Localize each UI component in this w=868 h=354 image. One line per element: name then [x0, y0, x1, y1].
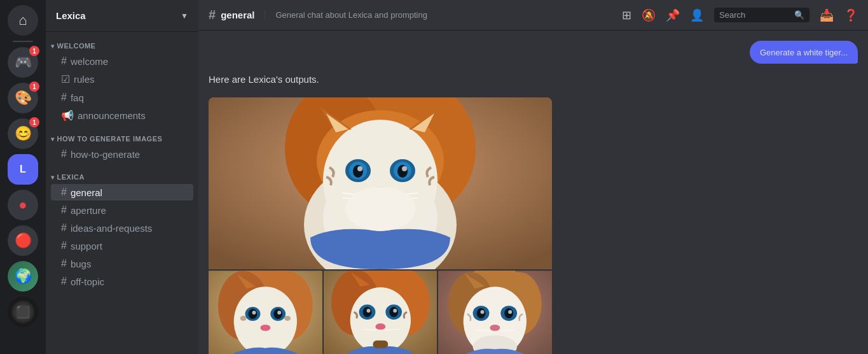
threads-icon[interactable]: ⊞ [622, 8, 631, 22]
svg-point-75 [490, 325, 500, 331]
server-icon-3[interactable]: 😊 1 [8, 118, 38, 149]
category-arrow-icon: ▾ [51, 43, 55, 50]
hash-icon-general: # [61, 187, 67, 198]
svg-point-57 [375, 323, 385, 330]
sidebar: Lexica ▼ ▾ WELCOME # welcome ☑ rules # f… [46, 0, 198, 354]
topbar-actions: ⊞ 🔕 📌 👤 Search 🔍 📥 ❓ [622, 8, 858, 22]
channel-rules-label: rules [74, 74, 95, 85]
category-how-to[interactable]: ▾ HOW TO GENERATE IMAGES [46, 125, 198, 145]
topbar-channel-icon: # [209, 8, 216, 22]
server-name-label: Lexica [56, 10, 86, 21]
server-name-header[interactable]: Lexica ▼ [46, 0, 198, 32]
category-arrow-icon-3: ▾ [51, 174, 55, 181]
channel-support[interactable]: # support [51, 237, 193, 254]
check-icon: ☑ [61, 73, 70, 85]
channel-announcements[interactable]: 📢 announcements [51, 107, 193, 124]
thumbnail-1[interactable] [209, 271, 322, 354]
svg-rect-62 [373, 341, 388, 348]
server-icon-1[interactable]: 🎮 1 [8, 47, 38, 78]
chat-area: Generate a white tiger... Here are Lexic… [198, 31, 868, 354]
svg-point-43 [240, 316, 247, 321]
svg-point-73 [481, 310, 485, 314]
category-welcome[interactable]: ▾ WELCOME [46, 32, 198, 52]
server-icon-lexica[interactable]: L [8, 154, 38, 185]
channel-welcome-label: welcome [71, 56, 108, 67]
channel-support-label: support [71, 241, 102, 251]
thumbnail-3[interactable] [438, 271, 552, 354]
hash-icon-off-topic: # [61, 276, 67, 287]
svg-point-39 [277, 311, 281, 315]
server-icon-2[interactable]: 🎨 1 [8, 83, 38, 113]
server-divider [13, 41, 33, 42]
thumb-cat-svg-1 [209, 271, 322, 354]
topbar: # general General chat about Lexica and … [198, 0, 868, 31]
prompt-bubble: Generate a white tiger... [750, 41, 858, 64]
image-grid [209, 97, 552, 354]
category-lexica-label: LEXICA [57, 173, 85, 181]
channel-bugs-label: bugs [71, 258, 92, 269]
topbar-channel-info: # general [209, 8, 254, 22]
channel-aperture-label: aperture [71, 205, 106, 216]
topbar-channel-name: general [221, 10, 254, 20]
channel-faq-label: faq [71, 92, 84, 103]
topbar-description: General chat about Lexica and prompting [265, 10, 427, 20]
message-area: Generate a white tiger... Here are Lexic… [209, 41, 858, 354]
svg-point-44 [284, 316, 291, 321]
main-cat-image[interactable] [209, 97, 552, 269]
svg-point-27 [345, 187, 415, 231]
server-icon-home[interactable]: ⌂ [8, 5, 38, 36]
channel-ideas-and-requests[interactable]: # ideas-and-requests [51, 220, 193, 236]
megaphone-icon: 📢 [61, 110, 74, 122]
server-icon-6[interactable]: 🔴 [8, 225, 38, 256]
svg-point-55 [366, 309, 370, 313]
inbox-icon[interactable]: 📥 [820, 8, 834, 22]
hash-icon-aperture: # [61, 204, 67, 216]
search-placeholder: Search [719, 10, 745, 20]
thumb-cat-svg-3 [438, 271, 552, 354]
mute-icon[interactable]: 🔕 [642, 8, 656, 22]
hash-icon-support: # [61, 240, 67, 251]
pin-icon[interactable]: 📌 [666, 8, 680, 22]
thumbnail-2[interactable] [324, 271, 437, 354]
channel-how-to-generate[interactable]: # how-to-generate [51, 146, 193, 162]
badge-3: 1 [29, 117, 39, 127]
channel-off-topic-label: off-topic [71, 276, 104, 287]
category-welcome-label: WELCOME [57, 42, 96, 50]
server-icon-7[interactable]: 🌍 [8, 261, 38, 292]
category-how-to-label: HOW TO GENERATE IMAGES [57, 135, 163, 143]
channel-general-label: general [71, 187, 102, 198]
thumbnail-row [209, 271, 552, 354]
channel-general[interactable]: # general [51, 184, 193, 201]
server-icon-8[interactable]: ⬛ [8, 297, 38, 327]
channel-aperture[interactable]: # aperture [51, 202, 193, 218]
channel-rules[interactable]: ☑ rules [51, 71, 193, 88]
hash-icon-ideas: # [61, 222, 67, 234]
svg-point-40 [260, 325, 270, 331]
category-lexica[interactable]: ▾ LEXICA [46, 163, 198, 183]
svg-point-74 [509, 310, 513, 314]
members-icon[interactable]: 👤 [690, 8, 704, 22]
svg-point-16 [402, 166, 407, 171]
search-icon: 🔍 [794, 10, 804, 20]
category-arrow-icon-2: ▾ [51, 136, 55, 143]
server-list: ⌂ 🎮 1 🎨 1 😊 1 L ● 🔴 🌍 ⬛ [0, 0, 46, 354]
main-layout: # general General chat about Lexica and … [198, 0, 868, 354]
search-bar[interactable]: Search 🔍 [714, 8, 809, 22]
thumb-cat-svg-2 [324, 271, 437, 354]
chevron-down-icon: ▼ [181, 11, 188, 20]
badge-2: 1 [29, 81, 39, 92]
svg-point-38 [252, 311, 256, 315]
hash-icon-bugs: # [61, 258, 67, 269]
badge-1: 1 [29, 46, 39, 56]
hash-icon-htg: # [61, 148, 67, 160]
channel-faq[interactable]: # faq [51, 89, 193, 106]
server-icon-5[interactable]: ● [8, 190, 38, 220]
channel-bugs[interactable]: # bugs [51, 255, 193, 272]
channel-off-topic[interactable]: # off-topic [51, 273, 193, 290]
svg-point-56 [393, 309, 397, 313]
help-icon[interactable]: ❓ [844, 8, 858, 22]
hash-icon: # [61, 55, 67, 67]
main-cat-svg [209, 97, 552, 269]
channel-how-to-generate-label: how-to-generate [71, 149, 140, 160]
channel-welcome[interactable]: # welcome [51, 53, 193, 69]
